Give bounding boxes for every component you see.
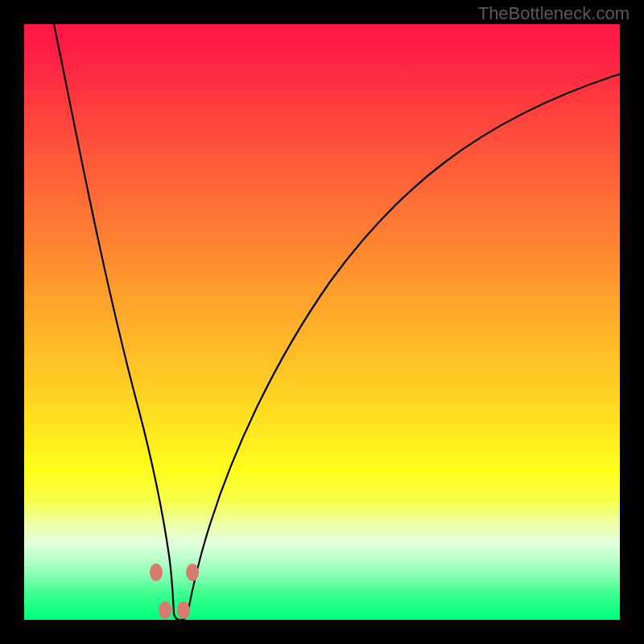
watermark-text: TheBottleneck.com [478,3,630,24]
curve-marker [177,601,190,619]
chart-svg [24,24,620,620]
curve-marker [159,601,171,619]
curve-marker [150,564,163,581]
curve-marker [186,564,199,581]
chart-area [24,24,620,620]
bottleneck-curve-path [54,24,620,620]
